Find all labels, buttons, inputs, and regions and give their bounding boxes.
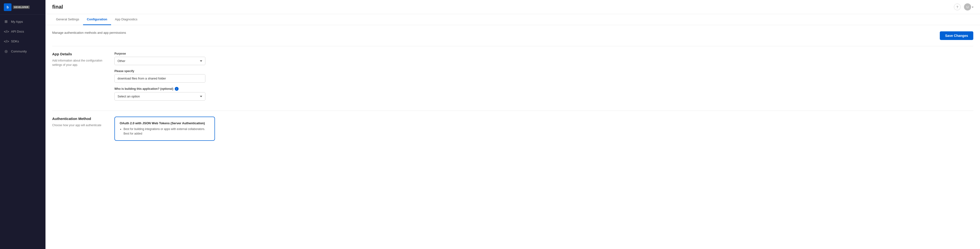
- info-icon[interactable]: i: [175, 87, 178, 91]
- app-details-right: Purpose Other Internal External Please s…: [115, 52, 973, 105]
- grid-icon: ⊞: [4, 19, 8, 24]
- auth-card[interactable]: OAuth 2.0 with JSON Web Tokens (Server A…: [115, 117, 215, 141]
- app-details-heading: App Details: [52, 52, 105, 56]
- content-area: Manage authentication methods and app pe…: [46, 25, 980, 249]
- sidebar-item-label: My Apps: [11, 20, 23, 24]
- auth-card-title: OAuth 2.0 with JSON Web Tokens (Server A…: [120, 121, 210, 125]
- community-icon: ◎: [4, 49, 8, 53]
- auth-card-bullet-1: Best for building integrations or apps w…: [124, 127, 210, 136]
- purpose-label: Purpose: [115, 52, 973, 55]
- please-specify-input[interactable]: [115, 74, 205, 83]
- auth-method-right: OAuth 2.0 with JSON Web Tokens (Server A…: [115, 117, 973, 141]
- developer-badge: DEVELOPER: [13, 5, 30, 9]
- auth-card-bullets: Best for building integrations or apps w…: [120, 127, 210, 136]
- tab-app-diagnostics[interactable]: App Diagnostics: [111, 14, 141, 25]
- sidebar-item-my-apps[interactable]: ⊞ My Apps: [0, 16, 46, 27]
- box-logo-icon: b: [4, 3, 11, 11]
- who-building-select[interactable]: Select an option Developer Admin: [115, 92, 205, 101]
- tab-configuration[interactable]: Configuration: [83, 14, 111, 25]
- sidebar-item-api-docs[interactable]: </> API Docs: [0, 27, 46, 37]
- svg-text:b: b: [7, 5, 9, 9]
- sidebar-item-label: SDKs: [11, 40, 19, 43]
- topbar-actions: ? U ▾: [954, 3, 973, 11]
- tab-label: Configuration: [87, 18, 107, 21]
- main-content: final ? U ▾ General Settings Configurati…: [46, 0, 980, 249]
- please-specify-label: Please specify: [115, 69, 973, 73]
- code-icon: </>: [4, 39, 8, 43]
- auth-method-heading: Authentication Method: [52, 117, 105, 121]
- who-building-label: Who is building this application? (optio…: [115, 87, 173, 91]
- purpose-group: Purpose Other Internal External: [115, 52, 973, 65]
- code-icon: </>: [4, 29, 8, 34]
- app-details-section: App Details Add information about the co…: [52, 52, 973, 105]
- tab-general-settings[interactable]: General Settings: [52, 14, 83, 25]
- sidebar-navigation: ⊞ My Apps </> API Docs </> SDKs ◎ Commun…: [0, 14, 46, 249]
- sidebar: b DEVELOPER ⊞ My Apps </> API Docs </> S…: [0, 0, 46, 249]
- tab-label: App Diagnostics: [115, 18, 137, 21]
- page-title: final: [52, 4, 63, 10]
- auth-method-left: Authentication Method Choose how your ap…: [52, 117, 105, 141]
- avatar: U: [964, 3, 971, 11]
- sidebar-item-sdks[interactable]: </> SDKs: [0, 37, 46, 46]
- auth-method-description: Choose how your app will authenticate: [52, 123, 105, 128]
- auth-method-section: Authentication Method Choose how your ap…: [52, 117, 973, 141]
- section-description: Manage authentication methods and app pe…: [52, 31, 126, 35]
- user-avatar-wrapper[interactable]: U ▾: [964, 3, 973, 11]
- sidebar-logo: b DEVELOPER: [0, 0, 46, 14]
- sidebar-item-community[interactable]: ◎ Community: [0, 46, 46, 56]
- avatar-initial: U: [966, 5, 969, 9]
- box-logo: b DEVELOPER: [4, 3, 30, 11]
- tabs-bar: General Settings Configuration App Diagn…: [46, 14, 980, 25]
- app-details-left: App Details Add information about the co…: [52, 52, 105, 105]
- who-building-group: Who is building this application? (optio…: [115, 87, 973, 101]
- section-header-bar: Manage authentication methods and app pe…: [52, 31, 973, 40]
- sidebar-item-label: API Docs: [11, 30, 24, 33]
- sidebar-item-label: Community: [11, 49, 27, 53]
- purpose-select[interactable]: Other Internal External: [115, 57, 205, 65]
- chevron-down-icon: ▾: [972, 6, 973, 8]
- app-details-description: Add information about the configuration …: [52, 58, 105, 67]
- please-specify-group: Please specify: [115, 69, 973, 83]
- question-mark: ?: [956, 5, 958, 9]
- save-changes-button[interactable]: Save Changes: [940, 31, 973, 40]
- tab-label: General Settings: [56, 18, 79, 21]
- topbar: final ? U ▾: [46, 0, 980, 14]
- who-building-label-row: Who is building this application? (optio…: [115, 87, 973, 91]
- help-icon[interactable]: ?: [954, 3, 961, 10]
